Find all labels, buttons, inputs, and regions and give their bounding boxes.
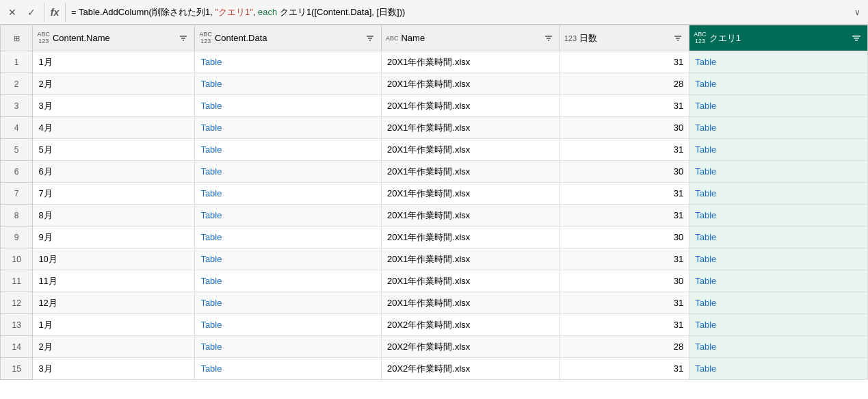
cell-query1[interactable]: Table [689, 227, 868, 248]
table-row: 1111月Table20X1年作業時間.xlsx30Table [1, 270, 868, 292]
cell-content-name: 4月 [33, 117, 195, 139]
cell-query1[interactable]: Table [689, 183, 868, 205]
cell-content-data[interactable]: Table [195, 161, 382, 183]
cell-query1[interactable]: Table [689, 73, 868, 95]
cell-content-name: 1月 [33, 314, 195, 336]
col-type-icon-query1: ABC123 [694, 31, 707, 45]
cell-content-data[interactable]: Table [195, 227, 382, 248]
cell-query1[interactable]: Table [689, 314, 868, 336]
cell-content-data[interactable]: Table [195, 336, 382, 358]
svg-rect-2 [855, 40, 858, 41]
table-row: 142月Table20X2年作業時間.xlsx28Table [1, 336, 868, 358]
cell-content-name: 1月 [33, 51, 195, 73]
col-header-content_name: ABC123Content.Name [33, 25, 195, 51]
cell-name: 20X1年作業時間.xlsx [381, 292, 560, 314]
cell-nissuu: 31 [560, 139, 689, 161]
row-number-cell: 11 [1, 270, 33, 292]
cell-content-data[interactable]: Table [195, 248, 382, 270]
col-filter-content_data[interactable] [363, 31, 377, 45]
table-row: 153月Table20X2年作業時間.xlsx31Table [1, 358, 868, 380]
cell-content-name: 8月 [33, 205, 195, 227]
col-type-icon-content_name: ABC123 [37, 31, 50, 45]
cell-query1[interactable]: Table [689, 205, 868, 227]
col-header-name: ABCName [381, 25, 560, 51]
col-filter-content_name[interactable] [176, 31, 190, 45]
col-label-query1: クエリ1 [707, 32, 850, 44]
cancel-button[interactable]: ✕ [3, 3, 22, 22]
row-number-cell: 5 [1, 139, 33, 161]
col-label-nissuu: 日数 [577, 32, 671, 44]
col-filter-name[interactable] [542, 31, 555, 45]
table-row: 22月Table20X1年作業時間.xlsx28Table [1, 73, 868, 95]
row-number-header: ⊞ [1, 25, 33, 51]
cell-content-data[interactable]: Table [195, 95, 382, 117]
table-row: 33月Table20X1年作業時間.xlsx31Table [1, 95, 868, 117]
cell-query1[interactable]: Table [689, 292, 868, 314]
cell-content-data[interactable]: Table [195, 51, 382, 73]
row-number-cell: 6 [1, 161, 33, 183]
cell-content-data[interactable]: Table [195, 292, 382, 314]
cell-content-data[interactable]: Table [195, 270, 382, 292]
cell-nissuu: 31 [560, 314, 689, 336]
cell-name: 20X2年作業時間.xlsx [381, 314, 560, 336]
col-type-icon-name: ABC [386, 35, 399, 42]
col-label-content_name: Content.Name [50, 33, 176, 43]
cell-query1[interactable]: Table [689, 139, 868, 161]
cell-query1[interactable]: Table [689, 51, 868, 73]
col-filter-query1[interactable] [850, 31, 863, 45]
cell-query1[interactable]: Table [689, 336, 868, 358]
cell-content-data[interactable]: Table [195, 139, 382, 161]
table-row: 88月Table20X1年作業時間.xlsx31Table [1, 205, 868, 227]
expand-button[interactable]: ∨ [849, 8, 865, 17]
cell-name: 20X1年作業時間.xlsx [381, 183, 560, 205]
cell-name: 20X1年作業時間.xlsx [381, 117, 560, 139]
cell-content-data[interactable]: Table [195, 314, 382, 336]
cell-content-name: 7月 [33, 183, 195, 205]
col-type-icon-nissuu: 123 [564, 34, 577, 42]
cell-nissuu: 28 [560, 73, 689, 95]
row-number-cell: 2 [1, 73, 33, 95]
col-type-icon-content_data: ABC123 [199, 31, 212, 45]
cell-content-name: 5月 [33, 139, 195, 161]
cell-query1[interactable]: Table [689, 248, 868, 270]
cell-name: 20X1年作業時間.xlsx [381, 205, 560, 227]
cell-content-data[interactable]: Table [195, 117, 382, 139]
cell-query1[interactable]: Table [689, 117, 868, 139]
data-table-container: ⊞ ABC123Content.NameABC123Content.DataAB… [0, 25, 868, 380]
cell-content-name: 10月 [33, 248, 195, 270]
confirm-button[interactable]: ✓ [22, 3, 41, 22]
cell-content-data[interactable]: Table [195, 73, 382, 95]
cell-nissuu: 31 [560, 183, 689, 205]
table-row: 66月Table20X1年作業時間.xlsx30Table [1, 161, 868, 183]
cell-content-name: 12月 [33, 292, 195, 314]
formula-bar: ✕ ✓ fx = Table.AddColumn(削除された列1, "クエリ1"… [0, 0, 868, 25]
table-row: 131月Table20X2年作業時間.xlsx31Table [1, 314, 868, 336]
cell-name: 20X1年作業時間.xlsx [381, 227, 560, 248]
cell-query1[interactable]: Table [689, 270, 868, 292]
col-label-name: Name [398, 33, 541, 43]
col-filter-nissuu[interactable] [671, 31, 685, 45]
cell-content-name: 11月 [33, 270, 195, 292]
cell-name: 20X1年作業時間.xlsx [381, 161, 560, 183]
row-number-cell: 14 [1, 336, 33, 358]
cell-nissuu: 30 [560, 161, 689, 183]
cell-query1[interactable]: Table [689, 95, 868, 117]
row-number-cell: 9 [1, 227, 33, 248]
cell-nissuu: 31 [560, 292, 689, 314]
cell-content-name: 6月 [33, 161, 195, 183]
cell-nissuu: 31 [560, 51, 689, 73]
cell-query1[interactable]: Table [689, 161, 868, 183]
row-number-cell: 4 [1, 117, 33, 139]
cell-content-name: 9月 [33, 227, 195, 248]
cell-content-data[interactable]: Table [195, 205, 382, 227]
cell-name: 20X1年作業時間.xlsx [381, 95, 560, 117]
cell-query1[interactable]: Table [689, 358, 868, 380]
cell-content-name: 3月 [33, 95, 195, 117]
cell-content-data[interactable]: Table [195, 183, 382, 205]
table-row: 99月Table20X1年作業時間.xlsx30Table [1, 227, 868, 248]
formula-text: = Table.AddColumn(削除された列1, "クエリ1", each … [68, 6, 849, 18]
cell-content-data[interactable]: Table [195, 358, 382, 380]
row-number-cell: 13 [1, 314, 33, 336]
cell-name: 20X1年作業時間.xlsx [381, 73, 560, 95]
table-row: 11月Table20X1年作業時間.xlsx31Table [1, 51, 868, 73]
